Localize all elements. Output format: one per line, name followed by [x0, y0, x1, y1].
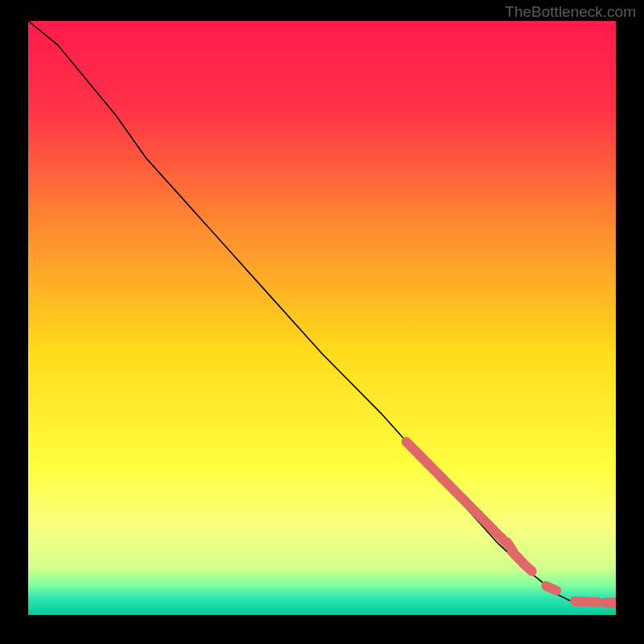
- watermark-text: TheBottleneck.com: [505, 3, 636, 21]
- background-gradient: [28, 21, 616, 615]
- data-point: [546, 586, 556, 591]
- chart-container: TheBottleneck.com: [0, 0, 644, 644]
- chart-svg: [28, 21, 616, 615]
- data-point: [523, 564, 531, 571]
- plot-area: [28, 21, 616, 615]
